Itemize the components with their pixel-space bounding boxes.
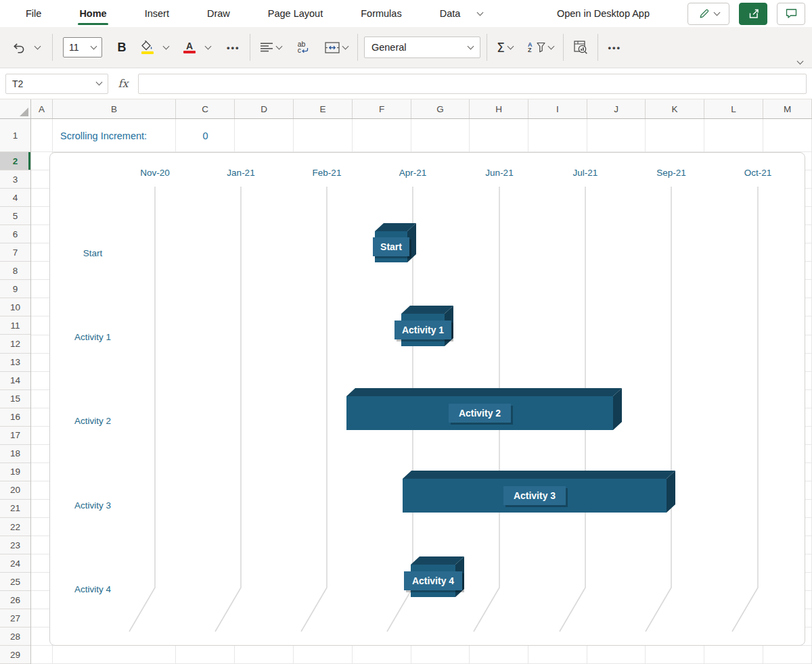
row-header-5[interactable]: 5	[0, 207, 30, 225]
more-commands-button[interactable]: •••	[604, 34, 625, 60]
row-header-3[interactable]: 3	[0, 170, 30, 189]
bold-button[interactable]: B	[113, 34, 131, 60]
fill-color-button[interactable]	[137, 34, 157, 60]
collapse-ribbon-chevron-icon[interactable]	[797, 58, 804, 65]
undo-dropdown[interactable]	[28, 34, 46, 60]
comments-button[interactable]	[777, 3, 805, 25]
menu-item-home[interactable]: Home	[60, 0, 125, 27]
select-all-corner[interactable]	[0, 99, 31, 118]
row-header-17[interactable]: 17	[0, 427, 30, 445]
column-header-H[interactable]: H	[470, 99, 528, 118]
insert-function-button[interactable]: fx	[108, 77, 138, 90]
active-cell-reference: T2	[12, 78, 23, 89]
row-header-18[interactable]: 18	[0, 445, 30, 463]
chart-bar-activity-2[interactable]: Activity 2	[346, 388, 622, 430]
formula-input[interactable]	[138, 74, 807, 94]
column-header-B[interactable]: B	[53, 99, 176, 118]
bar-label-text: Activity 2	[459, 408, 501, 419]
column-header-M[interactable]: M	[763, 99, 812, 118]
editing-mode-button[interactable]	[687, 3, 729, 25]
chart-tick-label: Jan-21	[227, 168, 254, 178]
wrap-text-button[interactable]: ab c	[294, 34, 312, 60]
cell-c1[interactable]: 0	[176, 119, 235, 152]
chart-category-label: Activity 4	[74, 584, 112, 594]
chart-gridline	[215, 187, 241, 632]
menu-item-data[interactable]: Data	[421, 0, 502, 27]
gantt-chart-object[interactable]: Nov-20Jan-21Feb-21Apr-21Jun-21Jul-21Sep-…	[49, 152, 805, 646]
row-header-13[interactable]: 13	[0, 354, 30, 372]
row-header-21[interactable]: 21	[0, 500, 30, 518]
undo-button[interactable]	[8, 34, 28, 60]
column-header-A[interactable]: A	[31, 99, 53, 118]
menu-item-formulas[interactable]: Formulas	[342, 0, 420, 27]
open-in-desktop-label[interactable]: Open in Desktop App	[557, 8, 650, 19]
number-format-select[interactable]: General	[364, 37, 480, 58]
column-header-C[interactable]: C	[176, 99, 235, 118]
column-header-F[interactable]: F	[353, 99, 411, 118]
merge-center-icon	[325, 42, 340, 53]
bar-label-text: Start	[380, 241, 402, 252]
analyze-data-button[interactable]	[570, 34, 591, 60]
row-header-8[interactable]: 8	[0, 262, 30, 280]
font-size-select[interactable]: 11	[63, 37, 102, 57]
bar-top-face	[346, 388, 622, 396]
row-header-24[interactable]: 24	[0, 554, 30, 573]
row-header-7[interactable]: 7	[0, 243, 30, 262]
row-header-23[interactable]: 23	[0, 536, 30, 554]
pencil-icon	[698, 7, 710, 20]
column-header-K[interactable]: K	[646, 99, 704, 118]
divider	[357, 34, 358, 61]
sheet-grid[interactable]: Scrolling Increment:0 123456789101112131…	[0, 119, 812, 664]
row-header-22[interactable]: 22	[0, 518, 30, 536]
column-header-G[interactable]: G	[411, 99, 470, 118]
column-header-E[interactable]: E	[294, 99, 353, 118]
row-header-10[interactable]: 10	[0, 298, 30, 316]
row-header-9[interactable]: 9	[0, 280, 30, 298]
row-header-19[interactable]: 19	[0, 463, 30, 481]
row-header-1[interactable]: 1	[0, 119, 30, 152]
row-header-6[interactable]: 6	[0, 225, 30, 243]
row-header-26[interactable]: 26	[0, 591, 30, 609]
name-box[interactable]: T2	[5, 74, 108, 94]
menu-item-file[interactable]: File	[7, 0, 60, 27]
menu-item-insert[interactable]: Insert	[126, 0, 188, 27]
menu-item-page-layout[interactable]: Page Layout	[249, 0, 342, 27]
row-header-16[interactable]: 16	[0, 408, 30, 427]
chart-bar-activity-4[interactable]: Activity 4	[404, 556, 464, 597]
merge-center-button[interactable]	[321, 34, 351, 60]
row-header-20[interactable]: 20	[0, 481, 30, 500]
row-header-2[interactable]: 2	[0, 152, 30, 170]
menu-item-draw[interactable]: Draw	[188, 0, 249, 27]
row-header-4[interactable]: 4	[0, 189, 30, 207]
column-header-I[interactable]: I	[528, 99, 587, 118]
font-color-button[interactable]: A	[180, 34, 199, 60]
font-color-dropdown[interactable]	[199, 34, 217, 60]
row-header-12[interactable]: 12	[0, 335, 30, 354]
alignment-button[interactable]	[256, 34, 285, 60]
autosum-button[interactable]: Σ	[493, 34, 516, 60]
row-header-28[interactable]: 28	[0, 627, 30, 646]
column-header-J[interactable]: J	[587, 99, 646, 118]
font-size-value: 11	[69, 42, 79, 53]
row-header-29[interactable]: 29	[0, 646, 30, 664]
menu-item-label: Insert	[145, 8, 169, 19]
chart-bar-activity-3[interactable]: Activity 3	[403, 471, 675, 513]
row-header-15[interactable]: 15	[0, 390, 30, 408]
column-header-D[interactable]: D	[235, 99, 294, 118]
chart-bar-activity-1[interactable]: Activity 1	[394, 306, 453, 346]
cell-b1[interactable]: Scrolling Increment:	[53, 119, 176, 152]
sort-filter-button[interactable]: A Z	[524, 34, 558, 60]
chart-bar-start[interactable]: Start	[373, 223, 416, 262]
share-button[interactable]	[739, 3, 767, 25]
row-header-27[interactable]: 27	[0, 609, 30, 627]
comment-icon	[785, 7, 798, 20]
more-font-options-button[interactable]: •••	[223, 34, 244, 60]
row-header-25[interactable]: 25	[0, 573, 30, 591]
chart-category-label: Activity 2	[74, 416, 111, 426]
row-header-14[interactable]: 14	[0, 372, 30, 390]
row-header-11[interactable]: 11	[0, 316, 30, 335]
select-all-icon	[20, 108, 28, 116]
menu-item-label: Page Layout	[268, 8, 323, 19]
column-header-L[interactable]: L	[704, 99, 763, 118]
fill-color-dropdown[interactable]	[157, 34, 175, 60]
